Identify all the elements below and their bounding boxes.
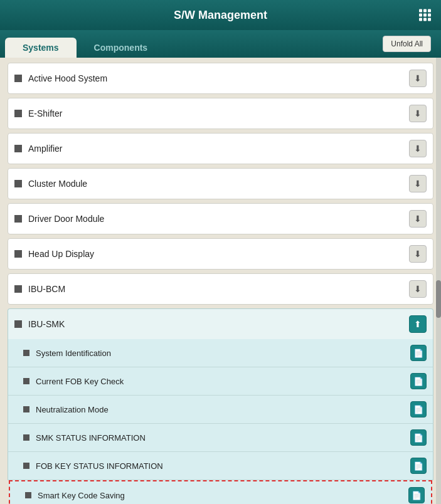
item-label: Driver Door Module (28, 214, 409, 224)
ibu-smk-header[interactable]: IBU-SMK ⬆ (8, 308, 433, 339)
sub-item-bullet-icon (23, 406, 29, 412)
sub-list-item-highlighted[interactable]: Smart Key Code Saving 📄 (9, 480, 432, 504)
unfold-all-button[interactable]: Unfold All (383, 36, 431, 52)
tab-systems[interactable]: Systems (5, 38, 77, 58)
sub-list-item[interactable]: System Identification 📄 (8, 339, 433, 367)
sub-list-item[interactable]: Neutralization Mode 📄 (8, 396, 433, 424)
sub-item-bullet-icon (23, 434, 29, 441)
download-button[interactable]: ⬇ (409, 105, 427, 122)
upload-button[interactable]: ⬆ (409, 315, 427, 333)
item-label: IBU-SMK (28, 319, 409, 329)
item-bullet-icon (14, 75, 22, 82)
list-item[interactable]: Cluster Module ⬇ (8, 168, 433, 199)
sub-item-bullet-icon (23, 378, 29, 384)
item-label: Active Hood System (28, 73, 409, 83)
ibu-smk-group: IBU-SMK ⬆ System Identification 📄 Curren… (8, 308, 433, 504)
header: S/W Management (0, 0, 441, 30)
item-label: Head Up Display (28, 249, 409, 259)
item-label: Cluster Module (28, 179, 409, 189)
content-wrapper: Active Hood System ⬇ E-Shifter ⬇ Amplifi… (0, 58, 441, 504)
sub-item-bullet-icon (23, 350, 29, 356)
sub-item-doc-button[interactable]: 📄 (410, 401, 427, 417)
sub-list-item[interactable]: Current FOB Key Check 📄 (8, 367, 433, 396)
list-item[interactable]: Driver Door Module ⬇ (8, 203, 433, 234)
item-bullet-icon (14, 250, 22, 258)
scrollbar-thumb[interactable] (436, 280, 441, 318)
item-bullet-icon (14, 180, 22, 187)
sub-item-doc-button[interactable]: 📄 (410, 373, 427, 389)
item-bullet-icon (14, 215, 22, 223)
sub-item-label: FOB KEY STATUS INFORMATION (36, 461, 410, 471)
download-button[interactable]: ⬇ (409, 280, 427, 298)
sub-item-bullet-icon (25, 492, 31, 498)
download-button[interactable]: ⬇ (409, 210, 427, 228)
content-area: Active Hood System ⬇ E-Shifter ⬇ Amplifi… (0, 58, 441, 504)
scrollbar-track[interactable] (436, 58, 441, 504)
sub-item-doc-button[interactable]: 📄 (410, 345, 427, 361)
item-label: E-Shifter (28, 108, 409, 118)
sub-list-item[interactable]: SMK STATUS INFORMATION 📄 (8, 424, 433, 452)
item-label: Amplifier (28, 144, 409, 154)
app-container: S/W Management Systems Components Unfold… (0, 0, 441, 504)
sub-item-label: Neutralization Mode (36, 405, 410, 414)
download-button[interactable]: ⬇ (409, 245, 427, 263)
download-button[interactable]: ⬇ (409, 140, 427, 157)
download-button[interactable]: ⬇ (409, 175, 427, 192)
sub-item-doc-button[interactable]: 📄 (410, 458, 427, 474)
sub-list-item[interactable]: FOB KEY STATUS INFORMATION 📄 (8, 452, 433, 480)
header-title: S/W Management (174, 9, 267, 22)
item-bullet-icon (14, 110, 22, 117)
list-item[interactable]: Active Hood System ⬇ (8, 63, 433, 94)
item-bullet-icon (14, 320, 22, 328)
grid-icon[interactable] (419, 9, 431, 21)
download-button[interactable]: ⬇ (409, 70, 427, 87)
sub-item-label: SMK STATUS INFORMATION (36, 433, 410, 443)
sub-item-label: Current FOB Key Check (36, 377, 410, 386)
list-item[interactable]: Amplifier ⬇ (8, 133, 433, 164)
item-label: IBU-BCM (28, 284, 409, 294)
sub-item-label: Smart Key Code Saving (38, 491, 408, 500)
tab-components[interactable]: Components (77, 38, 166, 58)
sub-item-doc-button[interactable]: 📄 (410, 429, 427, 446)
tabs-bar: Systems Components Unfold All (0, 30, 441, 58)
item-bullet-icon (14, 285, 22, 293)
list-item[interactable]: IBU-BCM ⬇ (8, 273, 433, 305)
list-item[interactable]: Head Up Display ⬇ (8, 238, 433, 270)
sub-item-doc-button[interactable]: 📄 (408, 487, 425, 503)
list-item[interactable]: E-Shifter ⬇ (8, 98, 433, 129)
sub-item-bullet-icon (23, 463, 29, 469)
item-bullet-icon (14, 145, 22, 152)
sub-item-label: System Identification (36, 349, 410, 358)
